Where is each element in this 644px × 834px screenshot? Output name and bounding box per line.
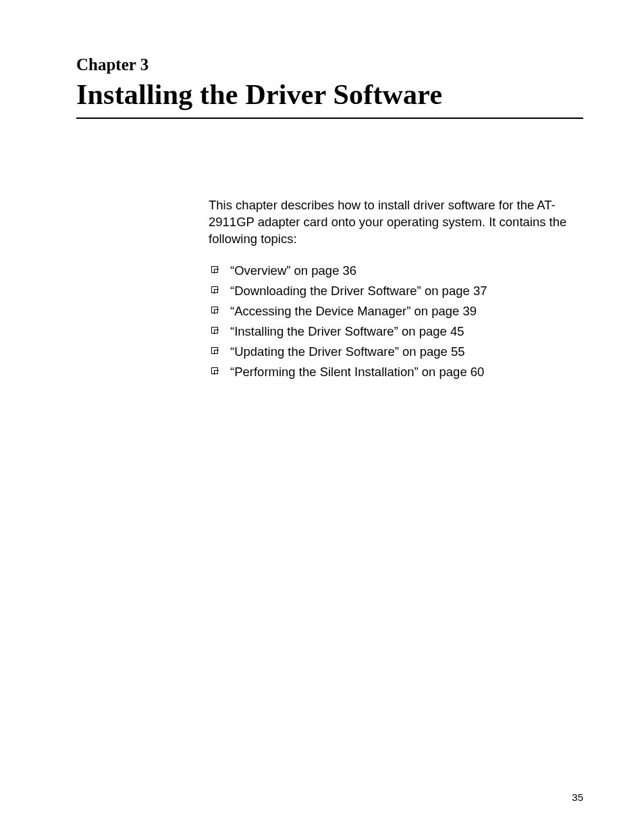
list-item: “Overview” on page 36 <box>209 263 583 279</box>
chapter-label: Chapter 3 <box>76 55 583 74</box>
topic-text: “Installing the Driver Software” on page… <box>230 323 464 340</box>
list-item: “Downloading the Driver Software” on pag… <box>209 283 583 299</box>
list-item: “Performing the Silent Installation” on … <box>209 364 583 380</box>
bullet-icon <box>211 347 218 354</box>
topic-list: “Overview” on page 36 “Downloading the D… <box>209 263 583 380</box>
topic-text: “Overview” on page 36 <box>230 263 356 279</box>
intro-paragraph: This chapter describes how to install dr… <box>209 197 583 248</box>
intro-block: This chapter describes how to install dr… <box>209 197 583 380</box>
list-item: “Installing the Driver Software” on page… <box>209 323 583 340</box>
topic-text: “Accessing the Device Manager” on page 3… <box>230 303 477 319</box>
page-number: 35 <box>572 791 583 803</box>
topic-text: “Downloading the Driver Software” on pag… <box>230 283 487 299</box>
bullet-icon <box>211 307 218 313</box>
bullet-icon <box>211 286 218 293</box>
list-item: “Updating the Driver Software” on page 5… <box>209 344 583 360</box>
list-item: “Accessing the Device Manager” on page 3… <box>209 303 583 319</box>
chapter-title: Installing the Driver Software <box>76 78 583 119</box>
page-container: Chapter 3 Installing the Driver Software… <box>0 0 644 380</box>
topic-text: “Updating the Driver Software” on page 5… <box>230 344 465 360</box>
topic-text: “Performing the Silent Installation” on … <box>230 364 484 380</box>
bullet-icon <box>211 327 218 334</box>
bullet-icon <box>211 266 218 273</box>
bullet-icon <box>211 367 218 374</box>
